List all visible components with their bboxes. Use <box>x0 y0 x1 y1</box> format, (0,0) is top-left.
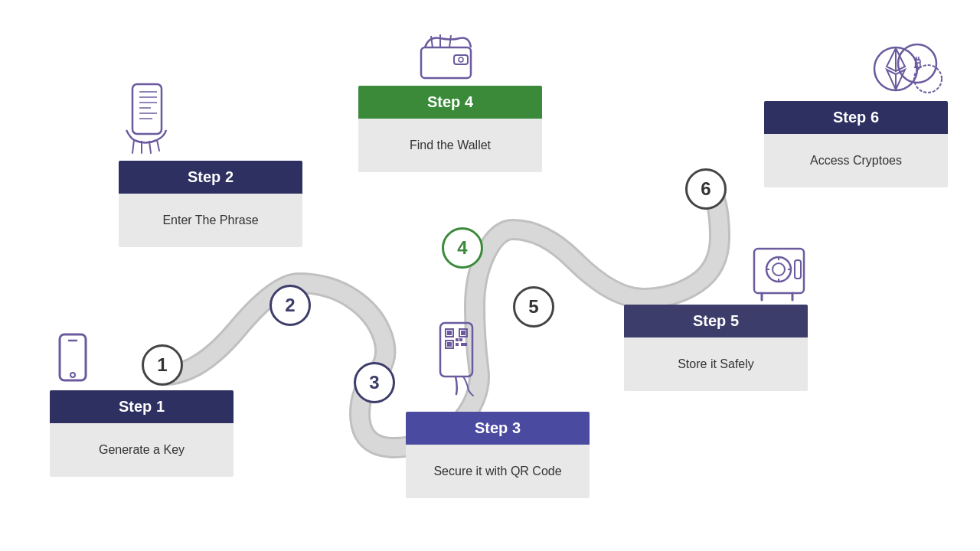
step-5-card: Step 5 Store it Safely <box>624 305 808 391</box>
svg-marker-41 <box>887 70 896 90</box>
svg-point-16 <box>459 57 463 62</box>
step-6-desc: Access Cryptoes <box>810 154 902 168</box>
step-4-desc: Find the Wallet <box>410 139 491 152</box>
step-3-header: Step 3 <box>406 412 590 445</box>
svg-line-14 <box>449 35 451 47</box>
main-canvas: Step 1 Generate a Key Step 2 Enter The P… <box>0 0 980 551</box>
step-2-header: Step 2 <box>119 161 302 194</box>
step-4-body: Find the Wallet <box>358 119 542 172</box>
crypto-coins-icon: ₿ <box>873 34 942 106</box>
step-4-card: Step 4 Find the Wallet <box>358 86 542 172</box>
circle-6: 6 <box>685 168 727 210</box>
step-3-card: Step 3 Secure it with QR Code <box>406 412 590 498</box>
step-6-card: Step 6 Access Cryptoes <box>764 101 948 187</box>
svg-point-29 <box>766 257 791 282</box>
step-6-label: Step 6 <box>833 109 879 126</box>
svg-point-30 <box>773 263 785 276</box>
step-2-body: Enter The Phrase <box>119 194 302 247</box>
step-1-body: Generate a Key <box>50 423 234 477</box>
svg-rect-23 <box>447 342 452 347</box>
svg-rect-35 <box>795 260 801 279</box>
svg-rect-11 <box>421 47 471 78</box>
svg-rect-25 <box>459 338 462 341</box>
step-5-desc: Store it Safely <box>678 357 754 371</box>
circle-5: 5 <box>513 286 554 328</box>
safe-icon <box>750 245 812 305</box>
step-5-label: Step 5 <box>693 312 739 329</box>
svg-rect-15 <box>454 55 468 64</box>
step-1-label: Step 1 <box>119 398 165 415</box>
step-1-desc: Generate a Key <box>99 443 185 457</box>
step-2-label: Step 2 <box>188 168 234 185</box>
step-3-body: Secure it with QR Code <box>406 445 590 498</box>
svg-point-3 <box>70 373 75 377</box>
step-6-body: Access Cryptoes <box>764 134 948 187</box>
circle-3: 3 <box>354 362 395 403</box>
step-4-header: Step 4 <box>358 86 542 119</box>
svg-rect-21 <box>461 331 466 335</box>
svg-rect-24 <box>456 338 459 341</box>
wallet-icon <box>417 32 479 89</box>
svg-rect-19 <box>447 331 452 335</box>
step-3-label: Step 3 <box>475 419 521 436</box>
svg-marker-39 <box>887 48 896 71</box>
step-1-card: Step 1 Generate a Key <box>50 390 234 477</box>
step-2-desc: Enter The Phrase <box>162 214 258 227</box>
svg-rect-28 <box>754 249 804 293</box>
qr-phone-icon <box>429 321 490 401</box>
svg-rect-27 <box>461 343 467 346</box>
mobile-scan-icon <box>119 80 180 160</box>
step-5-header: Step 5 <box>624 305 808 337</box>
phone-icon <box>54 333 92 397</box>
circle-2: 2 <box>270 285 311 326</box>
svg-text:₿: ₿ <box>914 56 921 71</box>
svg-rect-26 <box>456 343 459 346</box>
step-2-card: Step 2 Enter The Phrase <box>119 161 302 247</box>
step-4-label: Step 4 <box>427 93 473 110</box>
svg-marker-40 <box>896 48 905 71</box>
step-3-desc: Secure it with QR Code <box>433 465 561 478</box>
circle-1: 1 <box>142 344 183 386</box>
circle-4: 4 <box>442 227 483 269</box>
step-5-body: Store it Safely <box>624 337 808 391</box>
